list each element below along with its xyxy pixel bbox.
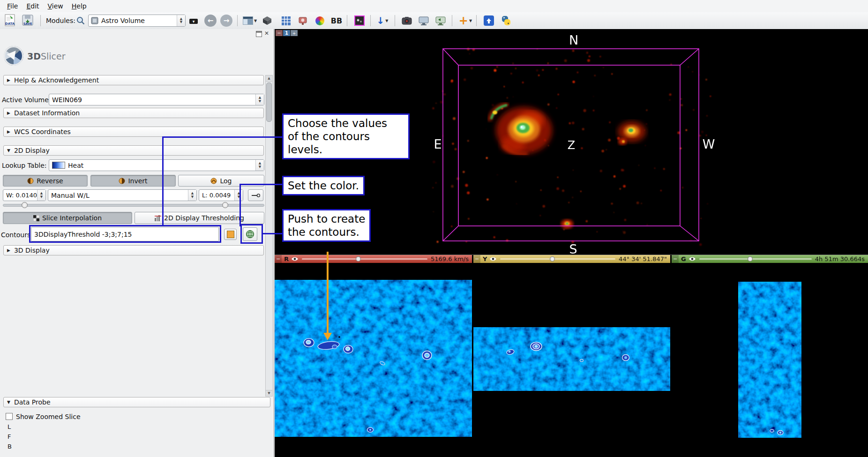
section-data-probe[interactable]: ▼Data Probe <box>3 397 270 407</box>
menu-view[interactable]: View <box>44 1 67 11</box>
panel-close-icon[interactable]: ✕ <box>264 30 269 37</box>
python-icon <box>501 15 511 26</box>
scene-view-button[interactable] <box>417 14 430 28</box>
scene-restore-button[interactable] <box>434 14 447 28</box>
module-selector-spinner[interactable]: ▲▼ <box>177 15 185 26</box>
green-slice-visibility-icon[interactable] <box>688 256 696 262</box>
color-wheel-icon <box>315 16 324 25</box>
monitor-icon <box>419 16 429 25</box>
show-zoomed-slice-checkbox[interactable] <box>6 413 13 420</box>
reverse-button[interactable]: Reverse <box>3 175 88 187</box>
yellow-slice-pin-button[interactable]: − <box>473 255 480 263</box>
table-view-button[interactable] <box>279 14 292 28</box>
annotation-line-create-h <box>263 233 282 234</box>
green-slice-viewport[interactable] <box>672 263 868 457</box>
panel-undock-icon[interactable] <box>256 31 262 37</box>
yellow-slice-label[interactable]: Y <box>483 255 487 262</box>
range-slider-handle-max[interactable] <box>222 202 228 208</box>
thresholding-button[interactable]: 2D Display Thresholding <box>135 212 264 224</box>
green-slice-slider[interactable] <box>698 255 813 263</box>
logo-3d: 3D <box>27 51 41 61</box>
yellow-slice-image <box>473 263 670 457</box>
green-slice-pin-button[interactable]: − <box>672 255 679 263</box>
red-slice-controller: − R 5169.6 km/s <box>275 255 472 263</box>
module-back-button[interactable]: ← <box>204 14 217 28</box>
scrollbar-thumb[interactable] <box>266 82 272 122</box>
log-icon <box>210 178 217 184</box>
window-level-mode-selector[interactable]: Manual W/L ▲▼ <box>48 189 197 201</box>
bb-module-button[interactable]: BB <box>330 14 343 28</box>
orientation-label-w: W <box>703 137 715 151</box>
menu-file[interactable]: File <box>3 1 22 11</box>
crosshair-button[interactable]: + ▼ <box>457 14 473 28</box>
module-search-button[interactable] <box>75 14 86 28</box>
level-spinner[interactable]: ▲▼ <box>234 190 243 201</box>
capture-button[interactable] <box>400 14 413 28</box>
module-selector-value: Astro Volume <box>98 17 177 24</box>
yellow-slice-slider-handle[interactable] <box>550 256 555 262</box>
green-slice-slider-handle[interactable] <box>748 256 753 262</box>
panel-scrollbar[interactable] <box>265 75 273 397</box>
3d-view-pin-button[interactable]: + <box>291 30 298 36</box>
lookup-table-selector[interactable]: Heat ▲▼ <box>49 159 264 171</box>
lookup-table-spinner[interactable]: ▲▼ <box>255 160 264 171</box>
section-label: 2D Display <box>14 147 50 154</box>
green-slice-label[interactable]: G <box>681 255 686 262</box>
color-tables-button[interactable] <box>313 14 326 28</box>
slice-interpolation-button[interactable]: Slice Interpolation <box>3 212 132 224</box>
load-data-button[interactable]: DATA <box>3 14 17 28</box>
section-help-acknowledgement[interactable]: ▶Help & Acknowledgement <box>3 75 264 85</box>
window-spinner[interactable]: ▲▼ <box>37 190 45 201</box>
cube-icon <box>262 16 272 25</box>
probe-icon <box>252 193 260 198</box>
layout-icon <box>243 16 253 25</box>
window-level-mode-spinner[interactable]: ▲▼ <box>188 190 196 201</box>
red-slice-visibility-icon[interactable] <box>291 256 299 262</box>
window-level-probe-button[interactable] <box>248 189 263 201</box>
3d-view-button[interactable] <box>261 14 274 28</box>
red-slice-slider[interactable] <box>301 255 428 263</box>
search-icon <box>76 16 85 25</box>
module-forward-button[interactable]: → <box>220 14 232 28</box>
red-slice-image <box>275 263 472 457</box>
section-3d-display[interactable]: ▶3D Display <box>3 245 264 255</box>
layout-selector-button[interactable]: ▼ <box>242 14 258 28</box>
scrollbar-down-arrow[interactable]: ▼ <box>265 390 273 397</box>
range-slider-handle-min[interactable] <box>22 202 28 208</box>
orientation-label-s: S <box>569 242 577 255</box>
toolbar-separator <box>452 15 452 26</box>
3d-view-collapse-button[interactable]: − <box>276 30 283 36</box>
red-slice-pin-button[interactable]: − <box>275 255 282 263</box>
red-slice-view: − R 5169.6 km/s <box>275 255 472 457</box>
yellow-slice-viewport[interactable] <box>473 263 670 457</box>
red-slice-slider-handle[interactable] <box>356 256 361 262</box>
contour-color-button[interactable] <box>224 229 237 240</box>
views-visibility-button[interactable]: ↓ ▼ <box>375 14 390 28</box>
section-wcs-coordinates[interactable]: ▶WCS Coordinates <box>3 127 264 137</box>
python-console-button[interactable] <box>500 14 513 28</box>
save-button[interactable]: SAVE <box>21 14 35 28</box>
active-volume-selector[interactable]: WEIN069 ▲▼ <box>49 94 264 105</box>
level-spinbox[interactable]: L: 0.0049 ▲▼ <box>199 189 243 201</box>
menu-help[interactable]: Help <box>67 1 91 11</box>
window-spinbox[interactable]: W: 0.0140 ▲▼ <box>3 189 46 201</box>
yellow-slice-visibility-icon[interactable] <box>489 256 497 262</box>
red-slice-viewport[interactable] <box>275 263 472 457</box>
module-history-menu-button[interactable]: ▼ <box>189 19 198 24</box>
section-dataset-information[interactable]: ▶Dataset Information <box>3 108 264 118</box>
annotation-arrow-head <box>323 333 332 340</box>
scrollbar-up-arrow[interactable]: ▲ <box>265 75 273 82</box>
active-volume-spinner[interactable]: ▲▼ <box>255 94 264 105</box>
toolbar-separator <box>237 15 238 26</box>
green-slice-value: 4h 51m 30.664s <box>815 255 865 262</box>
screenshot-button[interactable] <box>296 14 309 28</box>
volume-rendering-button[interactable] <box>352 14 367 28</box>
extensions-manager-button[interactable] <box>482 14 496 28</box>
red-slice-label[interactable]: R <box>284 255 289 262</box>
probe-row-b: B <box>7 443 12 450</box>
module-selector[interactable]: Astro Volume ▲▼ <box>88 15 186 27</box>
section-2d-display[interactable]: ▼2D Display <box>3 145 264 156</box>
3d-view-controller: − 1 + <box>276 30 298 36</box>
yellow-slice-slider[interactable] <box>499 255 616 263</box>
menu-edit[interactable]: Edit <box>22 1 43 11</box>
